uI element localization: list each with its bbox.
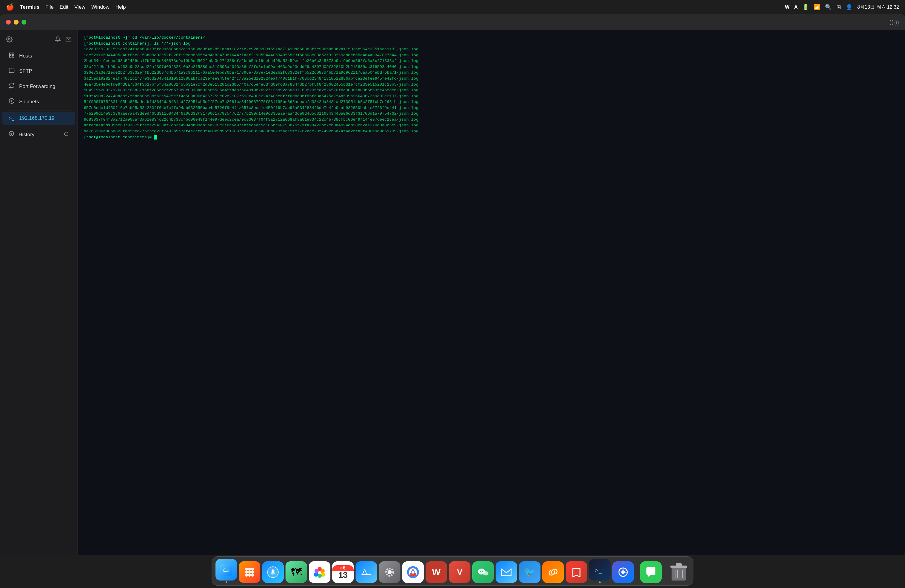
svg-line-9 xyxy=(67,135,68,136)
dock-container: 🗂 🗺 xyxy=(0,552,905,588)
calendar-icon[interactable]: 8月 13 xyxy=(332,561,354,583)
readdle-icon[interactable] xyxy=(566,561,587,583)
dock-item-proxyman[interactable] xyxy=(612,561,634,583)
termius-icon[interactable]: >_ xyxy=(589,559,611,580)
user-icon[interactable]: 👤 xyxy=(846,4,852,11)
vectornator-icon[interactable]: V xyxy=(449,561,470,583)
dock-item-vectornator[interactable]: V xyxy=(449,561,470,583)
file-menu[interactable]: File xyxy=(46,4,54,10)
terminal-line-14: 77b299d14e9c336aae7aa43de9d465d311684344… xyxy=(84,111,899,117)
sidebar-item-hosts[interactable]: Hosts xyxy=(2,49,75,63)
app-name-menu[interactable]: Termius xyxy=(20,4,40,10)
svg-point-29 xyxy=(318,574,322,578)
sidebar-item-snippets[interactable]: Snippets xyxy=(2,94,75,109)
svg-rect-2 xyxy=(12,53,14,55)
svg-text:>_: >_ xyxy=(595,566,602,574)
svg-point-14 xyxy=(251,567,254,571)
view-menu[interactable]: View xyxy=(75,4,86,10)
launchpad-icon[interactable] xyxy=(239,561,260,583)
help-menu[interactable]: Help xyxy=(116,4,126,10)
safari-icon[interactable] xyxy=(262,561,284,583)
finder-icon[interactable]: 🗂 xyxy=(216,559,237,580)
wifi-icon: 📶 xyxy=(814,4,820,11)
dock-item-appstore[interactable]: A xyxy=(356,561,377,583)
maps-icon[interactable]: 🗺 xyxy=(286,561,307,583)
terminal-line-13: 657c8edc1d450f16b7ab95a5342834f6de7c4fa9… xyxy=(84,105,899,111)
dock-item-readdle[interactable] xyxy=(566,561,587,583)
dock-item-finder[interactable]: 🗂 xyxy=(216,559,237,583)
apple-menu[interactable]: 🍎 xyxy=(6,3,14,11)
dock-item-wps[interactable]: W xyxy=(426,561,447,583)
dock-item-messages[interactable] xyxy=(640,561,662,583)
svg-point-25 xyxy=(272,572,273,573)
dock-item-termius[interactable]: >_ xyxy=(589,559,611,583)
control-center-icon[interactable]: ⊞ xyxy=(837,4,841,11)
svg-text:🗂: 🗂 xyxy=(223,566,229,574)
sidebar-item-ssh-active[interactable]: >_ 192.168.170.19 xyxy=(2,112,75,125)
svg-rect-1 xyxy=(10,53,11,55)
terminal-line-11: 518f490d224740dcbf7f6dba8bf8bfa3a5475e7f… xyxy=(84,94,899,99)
messages-icon[interactable] xyxy=(640,561,662,583)
linky-icon[interactable] xyxy=(542,561,564,583)
wps-icon[interactable]: W xyxy=(426,561,447,583)
sidebar-item-sftp[interactable]: SFTP xyxy=(2,64,75,78)
systemprefs-icon[interactable] xyxy=(379,561,400,583)
minimize-button[interactable] xyxy=(14,20,19,25)
window-menu[interactable]: Window xyxy=(91,4,109,10)
svg-point-30 xyxy=(314,572,318,577)
w-icon[interactable]: W xyxy=(785,5,789,10)
mail-button[interactable] xyxy=(65,36,71,42)
ssh-connection-label: 192.168.170.19 xyxy=(19,115,54,121)
hosts-icon xyxy=(8,52,15,60)
trash-icon[interactable] xyxy=(668,561,689,583)
dock-item-calendar[interactable]: 8月 13 xyxy=(332,561,354,583)
maximize-button[interactable] xyxy=(22,20,26,25)
history-search-button[interactable] xyxy=(64,132,69,138)
title-bar: ((·)) xyxy=(0,14,905,30)
edit-menu[interactable]: Edit xyxy=(60,4,68,10)
sidebar-item-portforward[interactable]: Port Forwarding xyxy=(2,79,75,94)
airmail-icon[interactable] xyxy=(495,561,517,583)
terminal-cursor-line: [root@localhost containers]# xyxy=(84,134,899,140)
a-icon[interactable]: A xyxy=(794,5,798,10)
close-button[interactable] xyxy=(6,20,11,25)
main-window: ((·)) xyxy=(0,14,905,555)
dock-item-airmail[interactable] xyxy=(495,561,517,583)
dock-item-wechat[interactable] xyxy=(472,561,494,583)
battery-icon: 🔋 xyxy=(802,4,809,11)
navi-icon[interactable]: 🐦 xyxy=(519,561,540,583)
dock-item-launchpad[interactable] xyxy=(239,561,260,583)
portforward-icon xyxy=(8,83,15,90)
terminal-cursor xyxy=(154,135,157,140)
dock-item-safari[interactable] xyxy=(262,561,284,583)
sidebar-nav: Hosts SFTP xyxy=(0,46,78,555)
menu-bar-time: 8月13日 周六 12:32 xyxy=(857,4,899,11)
proxyman-icon[interactable] xyxy=(612,561,634,583)
dock-item-linky[interactable] xyxy=(542,561,564,583)
svg-text:A: A xyxy=(362,567,367,577)
hosts-label: Hosts xyxy=(19,53,32,59)
svg-point-20 xyxy=(251,574,254,577)
svg-point-16 xyxy=(248,571,251,574)
terminal-content[interactable]: [root@localhost ~]# cd /var/lib/docker/c… xyxy=(78,30,905,555)
terminal-line-17: de766396a806d823fad15fc7762bcc23f7492b5a… xyxy=(84,129,899,134)
terminal-area[interactable]: [root@localhost ~]# cd /var/lib/docker/c… xyxy=(78,30,905,555)
chrome-icon[interactable] xyxy=(402,561,424,583)
search-menu-icon[interactable]: 🔍 xyxy=(825,4,832,11)
dock-item-maps[interactable]: 🗺 xyxy=(286,561,307,583)
dock-item-systemprefs[interactable] xyxy=(379,561,400,583)
svg-point-28 xyxy=(321,572,325,577)
dock-item-navi[interactable]: 🐦 xyxy=(519,561,540,583)
terminal-line-12: 54f9087975f831195bc865adeabfd3842da8481a… xyxy=(84,99,899,105)
menu-bar-right: W A 🔋 📶 🔍 ⊞ 👤 8月13日 周六 12:32 xyxy=(785,4,899,11)
dock-item-chrome[interactable] xyxy=(402,561,424,583)
svg-point-15 xyxy=(245,571,248,574)
dock-item-trash[interactable] xyxy=(668,561,689,583)
photos-icon[interactable] xyxy=(309,561,330,583)
wechat-icon[interactable] xyxy=(472,561,494,583)
dock: 🗂 🗺 xyxy=(211,556,694,586)
appstore-icon[interactable]: A xyxy=(356,561,377,583)
settings-button[interactable] xyxy=(6,36,13,43)
bell-button[interactable] xyxy=(55,36,61,42)
dock-item-photos[interactable] xyxy=(309,561,330,583)
